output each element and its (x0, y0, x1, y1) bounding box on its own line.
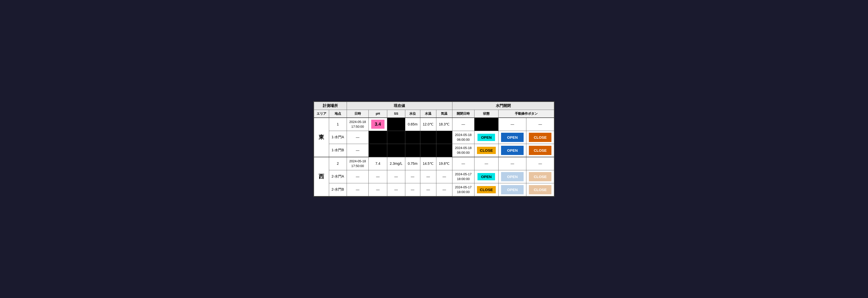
ss-cell: — (387, 183, 405, 196)
gate-datetime-cell: — (453, 118, 474, 131)
header-group-location: 計測場所 (314, 102, 347, 110)
gate-datetime-cell: 2024-05-1718:00:00 (453, 183, 474, 196)
water-level-cell-black (405, 131, 420, 144)
ss-cell: 2.3mg/L (387, 157, 405, 170)
close-button-disabled[interactable]: CLOSE (529, 172, 552, 181)
btn-open-cell[interactable]: OPEN (499, 131, 526, 144)
gate-status-cell: OPEN (474, 131, 499, 144)
air-temp-cell: 18.3℃ (436, 118, 452, 131)
water-level-cell: 0.75m (405, 157, 420, 170)
ss-cell-black (387, 131, 405, 144)
btn-close-cell[interactable]: CLOSE (526, 144, 554, 157)
gate-status-cell: OPEN (474, 170, 499, 183)
open-button[interactable]: OPEN (501, 146, 524, 155)
air-temp-cell: — (436, 183, 452, 196)
ph-cell-highlight: 3.4 (369, 118, 387, 131)
ph-cell: — (369, 183, 387, 196)
table-row: 2-水門B — — — — — — 2024-05-1718:00:00 CLO… (314, 183, 554, 196)
close-button-disabled[interactable]: CLOSE (529, 185, 552, 194)
ss-cell-black (387, 118, 405, 131)
ss-cell-black (387, 144, 405, 157)
main-table-wrapper: 計測場所 現在値 水門開閉 エリア 地点 日時 pH SS 水位 水温 気温 開… (313, 101, 555, 197)
col-header-point: 地点 (329, 110, 347, 118)
point-cell: 1-水門A (329, 131, 347, 144)
table-row: 東 1 2024-05-1817:50:00 3.4 0.65m 12.0℃ 1… (314, 118, 554, 131)
area-cell-west: 西 (314, 157, 329, 196)
col-header-water-level: 水位 (405, 110, 420, 118)
air-temp-cell: — (436, 170, 452, 183)
open-button[interactable]: OPEN (501, 133, 524, 142)
gate-status-cell: CLOSE (474, 183, 499, 196)
gate-status-cell-black (474, 118, 499, 131)
btn-close-cell[interactable]: CLOSE (526, 170, 554, 183)
ph-cell: — (369, 170, 387, 183)
btn-close-cell-dash: — (526, 157, 554, 170)
datetime-cell: 2024-05-1817:50:00 (347, 118, 369, 131)
ph-cell-black (369, 144, 387, 157)
btn-open-cell[interactable]: OPEN (499, 183, 526, 196)
open-button-disabled[interactable]: OPEN (501, 172, 524, 181)
btn-close-cell[interactable]: CLOSE (526, 131, 554, 144)
datetime-cell: 2024-05-1817:50:00 (347, 157, 369, 170)
gate-datetime-cell: 2024-05-1806:00:00 (453, 131, 474, 144)
point-cell: 1 (329, 118, 347, 131)
gate-status-cell: — (474, 157, 499, 170)
air-temp-cell: 19.8℃ (436, 157, 452, 170)
col-header-area: エリア (314, 110, 329, 118)
btn-close-cell-dash: — (526, 118, 554, 131)
col-header-gate-status: 状態 (474, 110, 499, 118)
datetime-cell: — (347, 170, 369, 183)
water-level-cell: — (405, 183, 420, 196)
datetime-cell: — (347, 183, 369, 196)
air-temp-cell-black (436, 131, 452, 144)
col-header-datetime: 日時 (347, 110, 369, 118)
btn-open-cell-dash: — (499, 157, 526, 170)
point-cell: 2 (329, 157, 347, 170)
table-row: 2-水門A — — — — — — 2024-05-1718:00:00 OPE… (314, 170, 554, 183)
water-temp-cell: 14.5℃ (420, 157, 436, 170)
table-row: 1-水門B — 2024-05-1806:00:00 CLOSE OPEN CL… (314, 144, 554, 157)
table-row: 西 2 2024-05-1817:50:00 7.4 2.3mg/L 0.75m… (314, 157, 554, 170)
gate-datetime-cell: 2024-05-1806:00:00 (453, 144, 474, 157)
datetime-cell: — (347, 131, 369, 144)
ph-cell: 7.4 (369, 157, 387, 170)
col-header-air-temp: 気温 (436, 110, 452, 118)
water-temp-cell: — (420, 183, 436, 196)
water-level-cell-black (405, 144, 420, 157)
close-button[interactable]: CLOSE (529, 146, 552, 155)
water-temp-cell-black (420, 131, 436, 144)
water-temp-cell: 12.0℃ (420, 118, 436, 131)
water-level-cell: — (405, 170, 420, 183)
ph-cell-black (369, 131, 387, 144)
point-cell: 2-水門B (329, 183, 347, 196)
btn-open-cell[interactable]: OPEN (499, 144, 526, 157)
header-group-gate-control: 水門開閉 (453, 102, 554, 110)
area-cell-east: 東 (314, 118, 329, 157)
col-header-ss: SS (387, 110, 405, 118)
point-cell: 1-水門B (329, 144, 347, 157)
open-button-disabled[interactable]: OPEN (501, 185, 524, 194)
header-group-current-values: 現在値 (347, 102, 453, 110)
water-temp-cell: — (420, 170, 436, 183)
btn-open-cell-dash: — (499, 118, 526, 131)
close-button[interactable]: CLOSE (529, 133, 552, 142)
monitoring-table: 計測場所 現在値 水門開閉 エリア 地点 日時 pH SS 水位 水温 気温 開… (314, 102, 554, 197)
point-cell: 2-水門A (329, 170, 347, 183)
datetime-cell: — (347, 144, 369, 157)
col-header-manual-btn: 手動操作ボタン (499, 110, 554, 118)
btn-close-cell[interactable]: CLOSE (526, 183, 554, 196)
water-temp-cell-black (420, 144, 436, 157)
col-header-gate-datetime: 開閉日時 (453, 110, 474, 118)
gate-status-cell: CLOSE (474, 144, 499, 157)
water-level-cell: 0.65m (405, 118, 420, 131)
air-temp-cell-black (436, 144, 452, 157)
table-row: 1-水門A — 2024-05-1806:00:00 OPEN OPEN CLO… (314, 131, 554, 144)
gate-datetime-cell: 2024-05-1718:00:00 (453, 170, 474, 183)
ss-cell: — (387, 170, 405, 183)
gate-datetime-cell: — (453, 157, 474, 170)
btn-open-cell[interactable]: OPEN (499, 170, 526, 183)
col-header-water-temp: 水温 (420, 110, 436, 118)
col-header-ph: pH (369, 110, 387, 118)
